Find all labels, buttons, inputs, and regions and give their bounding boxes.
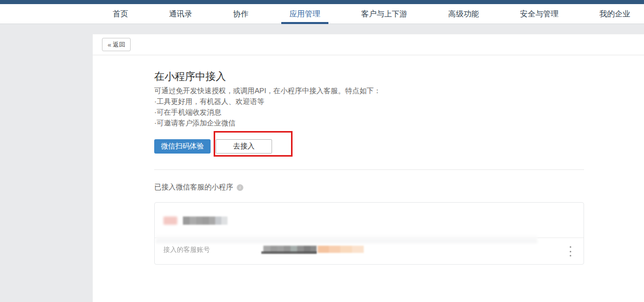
page-content: 在小程序中接入 可通过免开发快速授权，或调用API，在小程序中接入客服。特点如下… <box>154 55 644 302</box>
back-button[interactable]: « 返回 <box>102 38 131 51</box>
tab-my-company[interactable]: 我的企业 <box>591 4 638 24</box>
back-chevrons-icon: « <box>108 41 111 49</box>
redacted-account-subtext <box>261 251 317 254</box>
more-options-icon[interactable] <box>566 245 574 257</box>
tab-home[interactable]: 首页 <box>105 4 136 24</box>
redacted-account-tag <box>318 246 364 253</box>
go-connect-button[interactable]: 去接入 <box>216 139 272 154</box>
connected-miniprogram-section-header: 已接入微信客服的小程序 i <box>154 183 243 192</box>
page-description: 可通过免开发快速授权，或调用API，在小程序中接入客服。特点如下： ·工具更好用… <box>154 85 381 128</box>
section-divider <box>154 169 584 170</box>
page-title: 在小程序中接入 <box>154 70 226 83</box>
feature-bullet: ·可邀请客户添加企业微信 <box>154 118 381 128</box>
panel-header: « 返回 <box>93 34 644 55</box>
feature-bullet: ·工具更好用，有机器人、欢迎语等 <box>154 96 381 107</box>
tab-app-management[interactable]: 应用管理 <box>281 4 328 24</box>
section-title: 已接入微信客服的小程序 <box>154 183 233 192</box>
screen: 首页 通讯录 协作 应用管理 客户与上下游 高级功能 安全与管理 我的企业 « … <box>0 0 644 302</box>
redacted-miniprogram-name <box>183 217 227 225</box>
miniprogram-card: 接入的客服账号 <box>154 202 584 265</box>
feature-bullet: ·可在手机端收发消息 <box>154 107 381 118</box>
connected-account-label: 接入的客服账号 <box>163 245 210 254</box>
connected-account-row: 接入的客服账号 <box>155 238 584 265</box>
tab-contacts[interactable]: 通讯录 <box>161 4 200 24</box>
content-panel: « 返回 在小程序中接入 可通过免开发快速授权，或调用API，在小程序中接入客服… <box>93 34 644 302</box>
tab-security[interactable]: 安全与管理 <box>512 4 567 24</box>
tab-customers[interactable]: 客户与上下游 <box>353 4 416 24</box>
main-nav: 首页 通讯录 协作 应用管理 客户与上下游 高级功能 安全与管理 我的企业 <box>0 4 644 24</box>
top-browser-strip <box>0 0 644 4</box>
tab-advanced[interactable]: 高级功能 <box>440 4 487 24</box>
wechat-scan-experience-button[interactable]: 微信扫码体验 <box>154 139 211 154</box>
miniprogram-info-row <box>155 203 584 238</box>
tab-collaboration[interactable]: 协作 <box>225 4 257 24</box>
workspace-background: « 返回 在小程序中接入 可通过免开发快速授权，或调用API，在小程序中接入客服… <box>0 24 644 302</box>
redaction-smear <box>156 235 537 243</box>
back-button-label: 返回 <box>113 40 125 49</box>
info-icon[interactable]: i <box>237 184 243 191</box>
description-line: 可通过免开发快速授权，或调用API，在小程序中接入客服。特点如下： <box>154 85 381 96</box>
redacted-miniprogram-avatar <box>163 217 177 225</box>
